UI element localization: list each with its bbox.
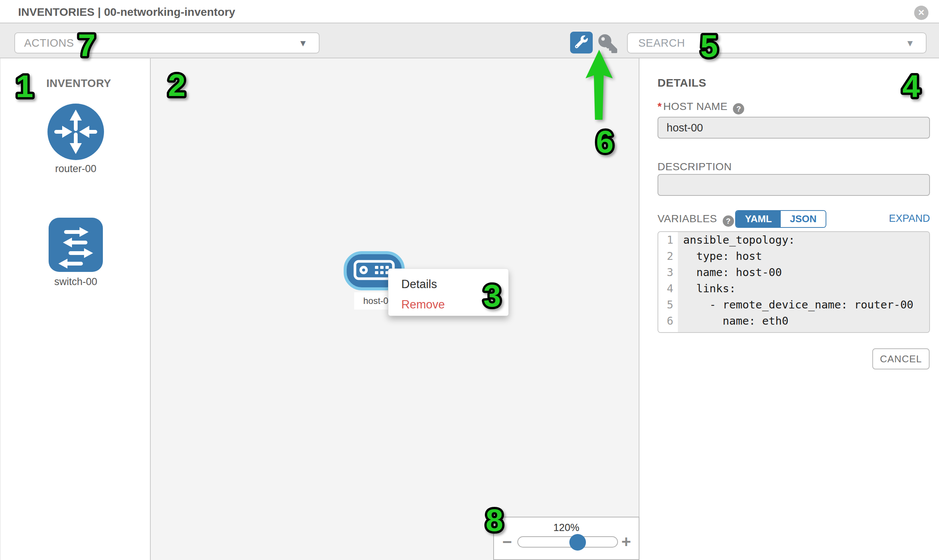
credentials-key-button[interactable] — [598, 34, 617, 53]
page-header: INVENTORIES | 00-networking-inventory ✕ — [0, 0, 939, 23]
variables-format-toggle: YAML JSON — [735, 210, 826, 228]
tools-button[interactable] — [570, 32, 593, 54]
json-toggle-button[interactable]: JSON — [781, 211, 826, 227]
inventory-sidebar: INVENTORY router-00 — [0, 58, 151, 560]
editor-line: 7 remote_interface_name: eth0 — [658, 329, 929, 333]
required-asterisk: * — [657, 100, 661, 112]
sidebar-item-switch[interactable] — [49, 218, 103, 274]
variables-label: VARIABLES — [657, 213, 717, 225]
inventory-heading: INVENTORY — [46, 77, 111, 90]
close-icon[interactable]: ✕ — [914, 6, 928, 20]
sidebar-item-router[interactable] — [48, 103, 104, 162]
host-name-label: HOST NAME — [663, 100, 727, 112]
details-heading: DETAILS — [657, 77, 706, 89]
caret-down-icon: ▼ — [298, 34, 307, 53]
yaml-toggle-button[interactable]: YAML — [736, 211, 781, 227]
host-name-label-row: * HOST NAME ? — [657, 100, 744, 114]
wrench-icon — [575, 35, 588, 50]
help-icon[interactable]: ? — [733, 103, 744, 114]
details-panel: DETAILS * HOST NAME ? DESCRIPTION VARIAB… — [640, 58, 939, 560]
page-title: INVENTORIES | 00-networking-inventory — [18, 0, 235, 23]
node-context-menu: Details Remove — [388, 269, 509, 316]
actions-dropdown-label: ACTIONS — [24, 33, 74, 53]
context-menu-item-details[interactable]: Details — [389, 274, 508, 294]
caret-down-icon: ▼ — [905, 34, 914, 53]
zoom-level: 120% — [494, 522, 639, 534]
editor-line: 5 - remote_device_name: router-00 — [658, 297, 929, 313]
router-icon — [48, 155, 104, 161]
sidebar-item-router-label: router-00 — [0, 163, 151, 175]
inventory-topology-page: INVENTORIES | 00-networking-inventory ✕ … — [0, 0, 939, 560]
host-name-input[interactable] — [657, 117, 930, 138]
switch-icon — [49, 267, 103, 273]
variables-editor[interactable]: 1ansible_topology: 2 type: host 3 name: … — [657, 231, 930, 333]
zoom-slider-thumb[interactable] — [569, 534, 586, 551]
help-icon[interactable]: ? — [723, 215, 734, 227]
editor-line: 4 links: — [658, 280, 929, 297]
sidebar-item-switch-label: switch-00 — [0, 276, 151, 288]
description-label: DESCRIPTION — [657, 161, 732, 173]
zoom-control: 120% − + — [493, 517, 640, 560]
zoom-in-button[interactable]: + — [621, 532, 631, 551]
editor-line: 2 type: host — [658, 248, 929, 265]
zoom-slider-track[interactable] — [517, 536, 618, 548]
editor-line: 6 name: eth0 — [658, 313, 929, 329]
expand-link[interactable]: EXPAND — [889, 213, 930, 225]
context-menu-item-remove[interactable]: Remove — [389, 294, 508, 315]
actions-dropdown[interactable]: ACTIONS ▼ — [14, 32, 319, 54]
key-icon — [598, 48, 617, 54]
variables-label-row: VARIABLES ? — [657, 213, 734, 227]
search-placeholder: SEARCH — [638, 33, 685, 53]
zoom-out-button[interactable]: − — [502, 532, 512, 551]
editor-line: 1ansible_topology: — [658, 232, 929, 248]
cancel-button[interactable]: CANCEL — [872, 348, 930, 369]
search-dropdown[interactable]: SEARCH ▼ — [627, 32, 927, 54]
description-input[interactable] — [657, 174, 930, 196]
editor-line: 3 name: host-00 — [658, 265, 929, 280]
